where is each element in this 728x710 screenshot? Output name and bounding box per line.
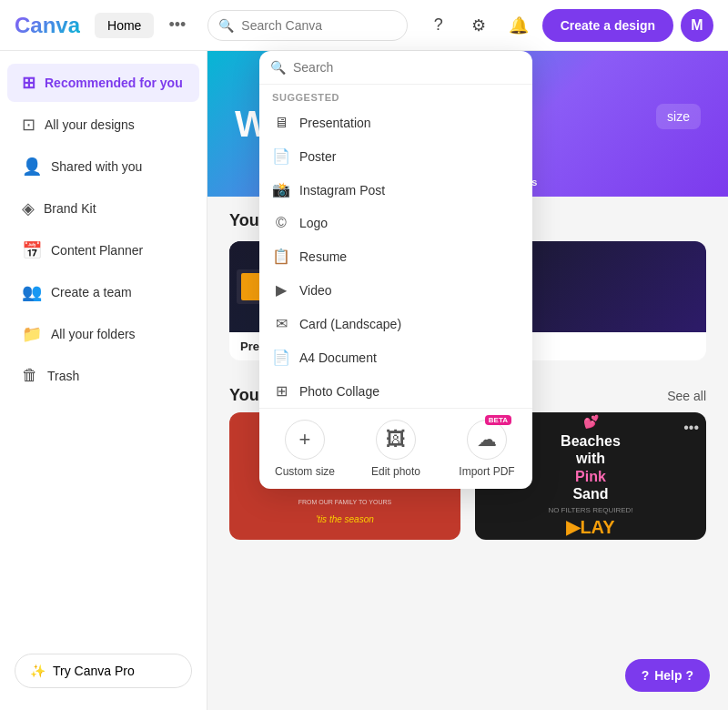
sidebar-item-recommended[interactable]: ⊞ Recommended for you — [7, 64, 199, 102]
import-pdf-label: Import PDF — [459, 465, 514, 478]
sidebar-item-label: All your folders — [51, 327, 136, 341]
sidebar-item-team[interactable]: 👥 Create a team — [7, 273, 199, 311]
help-button[interactable]: ? Help ? — [625, 659, 710, 692]
dropdown-item-collage[interactable]: ⊞ Photo Collage — [259, 374, 532, 408]
search-container: 🔍 — [207, 10, 407, 41]
dropdown-item-label: Poster — [299, 149, 336, 164]
poster-icon: 📄 — [272, 147, 290, 165]
instagram-icon: 📸 — [272, 181, 290, 198]
dropdown-search-input[interactable] — [293, 60, 521, 75]
dropdown-item-label: Logo — [299, 216, 328, 230]
header-icons: ? ⚙ 🔔 Create a design M — [422, 9, 713, 42]
help-icon-button[interactable]: ? — [422, 9, 455, 42]
dropdown-item-presentation[interactable]: 🖥 Presentation — [259, 106, 532, 139]
edit-photo-label: Edit photo — [371, 465, 420, 478]
dropdown-item-resume[interactable]: 📋 Resume — [259, 239, 532, 273]
search-input[interactable] — [207, 10, 407, 41]
dropdown-item-poster[interactable]: 📄 Poster — [259, 139, 532, 173]
logo-text: Canva — [15, 13, 80, 38]
edit-photo-action[interactable]: 🖼 Edit photo — [350, 409, 441, 489]
see-all-link[interactable]: See all — [667, 389, 706, 403]
dropdown-item-label: Instagram Post — [299, 183, 385, 198]
dropdown-search-area: 🔍 — [259, 51, 532, 85]
search-dropdown: 🔍 Suggested 🖥 Presentation 📄 Poster 📸 In… — [259, 51, 532, 489]
presentation-icon: 🖥 — [272, 115, 290, 131]
sidebar-item-planner[interactable]: 📅 Content Planner — [7, 231, 199, 269]
dropdown-actions: + Custom size 🖼 Edit photo ☁ BETA Import… — [259, 408, 532, 489]
custom-size-label: Custom size — [275, 465, 335, 478]
question-icon: ? — [434, 15, 443, 35]
dropdown-item-label: Card (Landscape) — [299, 317, 401, 331]
sidebar-item-trash[interactable]: 🗑 Trash — [7, 357, 199, 394]
dropdown-item-label: Resume — [299, 249, 347, 264]
dropdown-section-label: Suggested — [259, 85, 532, 106]
dropdown-item-label: Photo Collage — [299, 384, 379, 399]
more-button[interactable]: ••• — [161, 12, 193, 38]
try-pro-button[interactable]: ✨ Try Canva Pro — [15, 654, 192, 688]
a4-icon: 📄 — [272, 349, 290, 366]
sidebar-item-label: Brand Kit — [44, 201, 96, 216]
home-button[interactable]: Home — [95, 13, 154, 38]
gift-button[interactable]: 🔔 — [502, 9, 535, 42]
dropdown-item-label: Video — [299, 283, 332, 298]
dropdown-item-instagram[interactable]: 📸 Instagram Post — [259, 173, 532, 207]
sidebar-item-label: Trash — [47, 369, 79, 383]
dropdown-item-label: Presentation — [299, 116, 371, 130]
card-icon: ✉ — [272, 315, 290, 332]
dropdown-item-a4[interactable]: 📄 A4 Document — [259, 340, 532, 374]
help-icon: ? — [642, 668, 650, 683]
header: Canva Home ••• 🔍 ? ⚙ 🔔 Create a design M — [0, 0, 728, 51]
dropdown-item-logo[interactable]: © Logo — [259, 207, 532, 239]
custom-size-icon: + — [285, 420, 325, 460]
sidebar-item-label: Shared with you — [51, 159, 142, 174]
calendar-icon: 📅 — [22, 240, 42, 260]
sidebar-item-all-designs[interactable]: ⊡ All your designs — [7, 106, 199, 144]
settings-button[interactable]: ⚙ — [462, 9, 495, 42]
collage-icon: ⊞ — [272, 382, 290, 400]
sidebar: ⊞ Recommended for you ⊡ All your designs… — [0, 51, 207, 710]
user-icon: 👤 — [22, 157, 42, 177]
trash-icon: 🗑 — [22, 366, 38, 385]
resume-icon: 📋 — [272, 248, 290, 265]
dropdown-item-label: A4 Document — [299, 350, 377, 365]
try-pro-label: Try Canva Pro — [53, 664, 135, 678]
edit-photo-icon: 🖼 — [376, 420, 416, 460]
gift-icon: 🔔 — [509, 15, 529, 36]
sidebar-item-label: All your designs — [45, 117, 135, 132]
grid-icon: ⊡ — [22, 115, 35, 135]
folder-icon: 📁 — [22, 324, 42, 344]
import-pdf-action[interactable]: ☁ BETA Import PDF — [441, 409, 532, 489]
dropdown-item-video[interactable]: ▶ Video — [259, 273, 532, 307]
sidebar-item-label: Create a team — [51, 285, 132, 299]
import-pdf-icon: ☁ BETA — [467, 420, 507, 460]
brand-icon: ◈ — [22, 198, 35, 218]
video-icon: ▶ — [272, 281, 290, 299]
sidebar-item-folders[interactable]: 📁 All your folders — [7, 315, 199, 353]
team-icon: 👥 — [22, 282, 42, 302]
sidebar-item-brand[interactable]: ◈ Brand Kit — [7, 189, 199, 228]
more-options-icon[interactable]: ••• — [683, 420, 699, 436]
logo: Canva — [15, 13, 80, 38]
star-icon: ✨ — [30, 664, 46, 678]
gear-icon: ⚙ — [471, 15, 486, 36]
sidebar-item-label: Content Planner — [51, 243, 143, 258]
avatar[interactable]: M — [681, 9, 713, 42]
create-design-button[interactable]: Create a design — [542, 9, 673, 42]
custom-size-action[interactable]: + Custom size — [259, 409, 350, 489]
help-label: Help ? — [654, 668, 693, 683]
sidebar-item-shared[interactable]: 👤 Shared with you — [7, 147, 199, 186]
size-label: size — [667, 109, 690, 124]
home-icon: ⊞ — [22, 73, 35, 93]
logo-icon: © — [272, 215, 290, 231]
sidebar-item-label: Recommended for you — [45, 76, 183, 90]
beta-badge: BETA — [485, 415, 511, 425]
dropdown-search-icon: 🔍 — [270, 60, 286, 75]
dropdown-item-card[interactable]: ✉ Card (Landscape) — [259, 307, 532, 340]
search-icon: 🔍 — [218, 18, 234, 33]
